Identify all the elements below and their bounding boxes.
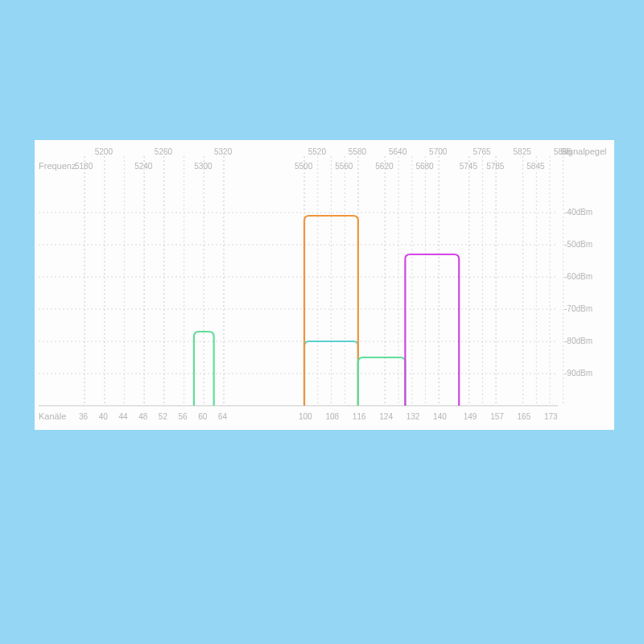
freq-tick: 5825 xyxy=(514,147,532,156)
freq-tick: 5500 xyxy=(295,162,313,171)
channel-tick: 60 xyxy=(198,412,208,421)
freq-tick: 5320 xyxy=(214,147,233,156)
horizontal-gridlines xyxy=(39,213,558,374)
y-tick: -80dBm xyxy=(564,336,592,345)
frequency-ticks-row1: 5200526053205520558056405700576558255885 xyxy=(95,147,572,156)
freq-tick: 5180 xyxy=(75,162,93,171)
channel-tick: 36 xyxy=(79,412,89,421)
channel-tick: 108 xyxy=(325,412,339,421)
freq-tick: 5845 xyxy=(526,162,545,171)
channel-tick: 140 xyxy=(433,412,447,421)
y-tick: -50dBm xyxy=(564,240,592,249)
channel-tick: 64 xyxy=(218,412,228,421)
channel-tick: 173 xyxy=(544,412,558,421)
channel-ticks: 3640444852566064100108116124132140149157… xyxy=(79,412,558,421)
channel-tick: 48 xyxy=(138,412,148,421)
freq-tick: 5240 xyxy=(134,162,153,171)
freq-tick: 5560 xyxy=(335,162,353,171)
frequency-ticks-row2: 5180524053005500556056205680574557855845 xyxy=(75,162,545,171)
y-ticks: -40dBm-50dBm-60dBm-70dBm-80dBm-90dBm xyxy=(564,208,592,378)
wifi-spectrum-chart: Frequenz Kanäle Signalpegel 520052605320… xyxy=(35,140,614,430)
freq-tick: 5765 xyxy=(473,147,491,156)
channel-tick: 116 xyxy=(353,412,366,421)
y-tick: -90dBm xyxy=(564,369,592,378)
vertical-gridlines xyxy=(85,156,564,406)
channels-label: Kanäle xyxy=(39,411,66,421)
freq-tick: 5520 xyxy=(308,147,327,156)
freq-tick: 5260 xyxy=(155,147,173,156)
y-tick: -70dBm xyxy=(564,304,592,313)
channel-tick: 52 xyxy=(159,412,168,421)
channel-tick: 44 xyxy=(118,412,128,421)
freq-tick: 5700 xyxy=(429,147,448,156)
freq-tick: 5620 xyxy=(375,162,394,171)
chart-svg: Frequenz Kanäle Signalpegel 520052605320… xyxy=(35,140,614,430)
network-bars xyxy=(194,216,459,406)
freq-tick: 5745 xyxy=(460,162,478,171)
freq-tick: 5580 xyxy=(349,147,367,156)
channel-tick: 132 xyxy=(407,412,420,421)
channel-tick: 165 xyxy=(518,412,531,421)
channel-tick: 149 xyxy=(464,412,477,421)
y-tick: -40dBm xyxy=(564,208,592,217)
freq-tick: 5300 xyxy=(194,162,213,171)
freq-tick: 5640 xyxy=(389,147,407,156)
freq-tick: 5885 xyxy=(554,147,572,156)
freq-tick: 5680 xyxy=(415,162,434,171)
channel-tick: 56 xyxy=(179,412,188,421)
channel-tick: 124 xyxy=(379,412,393,421)
channel-tick: 40 xyxy=(99,412,109,421)
frequency-label: Frequenz xyxy=(39,161,76,171)
channel-tick: 157 xyxy=(490,412,504,421)
channel-tick: 100 xyxy=(299,412,312,421)
freq-tick: 5785 xyxy=(486,162,505,171)
freq-tick: 5200 xyxy=(95,147,114,156)
y-tick: -60dBm xyxy=(564,272,592,281)
